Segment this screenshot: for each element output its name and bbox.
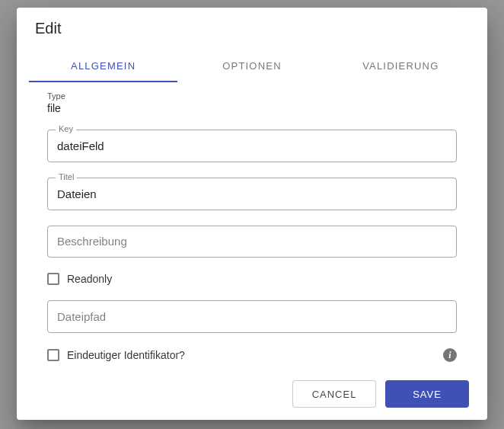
readonly-row: Readonly [47, 273, 457, 285]
readonly-checkbox[interactable] [47, 273, 59, 285]
uniqueid-row: Eindeutiger Identifikator? i [47, 348, 457, 362]
key-input[interactable] [48, 130, 456, 162]
uniqueid-checkbox[interactable] [47, 349, 59, 361]
tab-options[interactable]: OPTIONEN [177, 50, 326, 82]
dialog-title: Edit [17, 8, 487, 43]
tab-validation[interactable]: VALIDIERUNG [327, 50, 475, 82]
filepath-field-wrapper [47, 300, 457, 333]
readonly-label: Readonly [67, 273, 112, 285]
description-input[interactable] [48, 226, 456, 258]
type-block: Type file [47, 91, 457, 114]
dialog-content: Type file Key Titel Readonly Eindeutiger… [17, 82, 487, 371]
edit-dialog: Edit ALLGEMEIN OPTIONEN VALIDIERUNG Type… [17, 8, 487, 420]
info-icon[interactable]: i [443, 348, 457, 362]
uniqueid-label: Eindeutiger Identifikator? [67, 349, 185, 361]
title-input[interactable] [48, 178, 456, 210]
key-label: Key [56, 124, 76, 133]
save-button[interactable]: SAVE [385, 380, 469, 408]
key-field-wrapper: Key [47, 130, 457, 162]
type-label: Type [47, 91, 457, 101]
dialog-actions: CANCEL SAVE [17, 371, 487, 420]
tabs: ALLGEMEIN OPTIONEN VALIDIERUNG [17, 50, 487, 82]
title-label: Titel [56, 172, 77, 181]
cancel-button[interactable]: CANCEL [292, 380, 376, 408]
type-value: file [47, 102, 457, 114]
description-field-wrapper [47, 226, 457, 258]
filepath-input[interactable] [48, 301, 456, 332]
tab-general[interactable]: ALLGEMEIN [29, 50, 177, 82]
title-field-wrapper: Titel [47, 178, 457, 210]
